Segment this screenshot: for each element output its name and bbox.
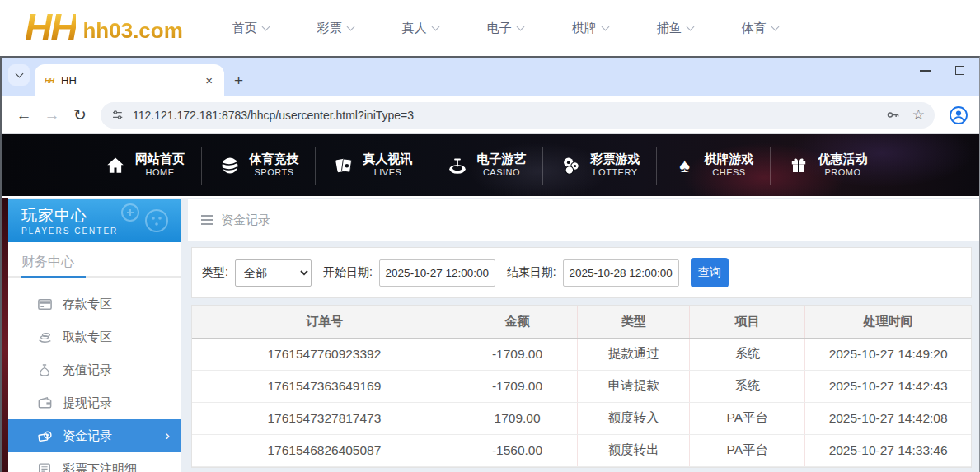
address-bar[interactable]: 112.121.172.181:8783/hhcp/usercenter.htm… <box>101 102 935 129</box>
playing-cards-icon <box>332 154 355 177</box>
game-nav-promo[interactable]: 优惠活动PROMO <box>770 147 884 185</box>
home-icon <box>104 154 127 177</box>
sidebar-item-recharge-records[interactable]: 充值记录 <box>8 353 181 386</box>
window-controls <box>920 66 964 75</box>
table-row: 1761547327817473 1709.00 额度转入 PA平台 2025-… <box>192 402 971 434</box>
wallet-icon <box>36 395 53 411</box>
chevron-down-icon <box>15 70 23 78</box>
hamburger-icon[interactable] <box>201 215 213 225</box>
game-nav-chess[interactable]: ♠ 棋牌游戏CHESS <box>656 147 770 185</box>
hand-coins-icon <box>36 329 53 345</box>
sidebar-item-withdrawal-records[interactable]: 提现记录 <box>8 386 181 419</box>
page-body: 玩家中心 PLAYERS CENTER 财务中心 存款专区 取款专区 <box>2 198 979 472</box>
site-header: HH hh03.com 首页 彩票 真人 电子 棋牌 捕鱼 体育 <box>0 0 980 56</box>
amount: -1709.00 <box>457 338 577 370</box>
tab-search-button[interactable] <box>8 64 30 86</box>
site-nav: 首页 彩票 真人 电子 棋牌 捕鱼 体育 <box>232 21 827 36</box>
amount: -1560.00 <box>457 434 577 466</box>
maximize-button[interactable] <box>955 66 964 75</box>
table-row: 1761547363649169 -1709.00 申请提款 系统 2025-1… <box>192 370 971 402</box>
forward-button[interactable]: → <box>38 106 66 124</box>
browser-toolbar: ← → ↻ 112.121.172.181:8783/hhcp/usercent… <box>2 96 979 134</box>
url-text[interactable]: 112.121.172.181:8783/hhcp/usercenter.htm… <box>133 109 874 122</box>
breadcrumb: 资金记录 <box>188 199 979 241</box>
main-content: 资金记录 类型: 全部 开始日期: 结束日期: 查询 <box>188 199 979 472</box>
list-document-icon <box>36 460 53 472</box>
type: 申请提款 <box>578 370 690 402</box>
site-nav-lottery[interactable]: 彩票 <box>317 21 402 36</box>
table-row: 1761547760923392 -1709.00 提款通过 系统 2025-1… <box>192 338 971 370</box>
site-nav-fishing[interactable]: 捕鱼 <box>657 21 742 36</box>
funds-records-table: 订单号 金额 类型 项目 处理时间 1761547760923392 -1709… <box>192 306 971 467</box>
start-date-input[interactable] <box>379 259 495 287</box>
sidebar-item-deposit-zone[interactable]: 存款专区 <box>8 287 181 320</box>
site-nav-sports[interactable]: 体育 <box>742 21 827 36</box>
chevron-down-icon <box>601 22 609 30</box>
tab-close-icon[interactable]: × <box>202 72 216 89</box>
sidebar-menu: 存款专区 取款专区 充值记录 提现记录 <box>8 287 181 472</box>
back-button[interactable]: ← <box>10 106 38 124</box>
new-tab-button[interactable]: + <box>234 72 243 90</box>
game-nav-lives[interactable]: 真人视讯LIVES <box>315 147 429 185</box>
profile-avatar-icon[interactable] <box>946 105 971 125</box>
money-bag-icon <box>36 362 53 378</box>
type-label: 类型: <box>202 265 228 280</box>
lottery-balls-icon <box>560 154 583 177</box>
bookmark-star-icon[interactable]: ☆ <box>912 106 925 124</box>
table-row: 1761546826405087 -1560.00 额度转出 PA平台 2025… <box>192 434 971 466</box>
chevron-down-icon <box>346 22 354 30</box>
filter-panel: 类型: 全部 开始日期: 结束日期: 查询 <box>191 247 972 298</box>
order-no: 1761547363649169 <box>192 370 457 402</box>
project: 系统 <box>690 338 805 370</box>
spade-icon: ♠ <box>673 154 696 177</box>
funds-coins-icon <box>36 428 53 444</box>
reload-button[interactable]: ↻ <box>66 105 94 124</box>
process-time: 2025-10-27 14:33:46 <box>805 434 971 466</box>
sidebar-item-lottery-bet-details[interactable]: 彩票下注明细 <box>8 452 181 472</box>
sidebar-header: 玩家中心 PLAYERS CENTER <box>8 199 181 242</box>
game-nav-sports[interactable]: 体育竞技SPORTS <box>201 147 315 185</box>
site-info-icon[interactable] <box>110 108 124 122</box>
browser-titlebar: HH HH × + <box>2 58 979 96</box>
site-nav-chess[interactable]: 棋牌 <box>572 21 657 36</box>
end-date-input[interactable] <box>563 259 679 287</box>
order-no: 1761547327817473 <box>192 402 457 434</box>
type: 额度转出 <box>578 434 690 466</box>
amount: 1709.00 <box>457 402 577 434</box>
game-nav-lottery[interactable]: 彩票游戏LOTTERY <box>542 147 656 185</box>
roulette-icon <box>446 154 469 177</box>
chevron-down-icon <box>516 22 524 30</box>
logo-domain-text: hh03.com <box>82 18 182 44</box>
search-button[interactable]: 查询 <box>691 258 729 287</box>
order-no: 1761547760923392 <box>192 338 457 370</box>
game-nav-home[interactable]: 网站首页HOME <box>87 147 201 185</box>
game-nav: 网站首页HOME 体育竞技SPORTS 真人视讯LIVES 电子游艺CASINO <box>2 134 979 196</box>
sidebar-item-withdraw-zone[interactable]: 取款专区 <box>8 320 181 353</box>
col-header-order-no: 订单号 <box>192 306 457 338</box>
col-header-process-time: 处理时间 <box>805 306 971 338</box>
site-nav-live[interactable]: 真人 <box>402 21 487 36</box>
process-time: 2025-10-27 14:42:43 <box>805 370 971 402</box>
process-time: 2025-10-27 14:49:20 <box>805 338 971 370</box>
process-time: 2025-10-27 14:42:08 <box>805 402 971 434</box>
gift-icon <box>787 154 810 177</box>
sidebar-section-title: 财务中心 <box>8 242 181 276</box>
browser-tab[interactable]: HH HH × <box>35 64 224 96</box>
sports-ball-icon <box>218 154 241 177</box>
background-image-strip <box>2 198 8 472</box>
chevron-down-icon <box>431 22 439 30</box>
sidebar-item-funds-records[interactable]: 资金记录 › <box>8 419 181 452</box>
site-nav-egames[interactable]: 电子 <box>487 21 572 36</box>
deposit-card-icon <box>36 296 53 312</box>
col-header-amount: 金额 <box>457 306 577 338</box>
password-key-icon[interactable] <box>885 107 901 123</box>
order-no: 1761546826405087 <box>192 434 457 466</box>
game-nav-casino[interactable]: 电子游艺CASINO <box>429 147 542 185</box>
type-select[interactable]: 全部 <box>235 259 312 287</box>
minimize-button[interactable] <box>920 70 931 72</box>
amount: -1709.00 <box>457 370 577 402</box>
page-title: 资金记录 <box>221 213 270 228</box>
site-logo[interactable]: HH hh03.com <box>25 11 183 44</box>
site-nav-home[interactable]: 首页 <box>232 21 317 36</box>
section-underline <box>8 276 181 278</box>
